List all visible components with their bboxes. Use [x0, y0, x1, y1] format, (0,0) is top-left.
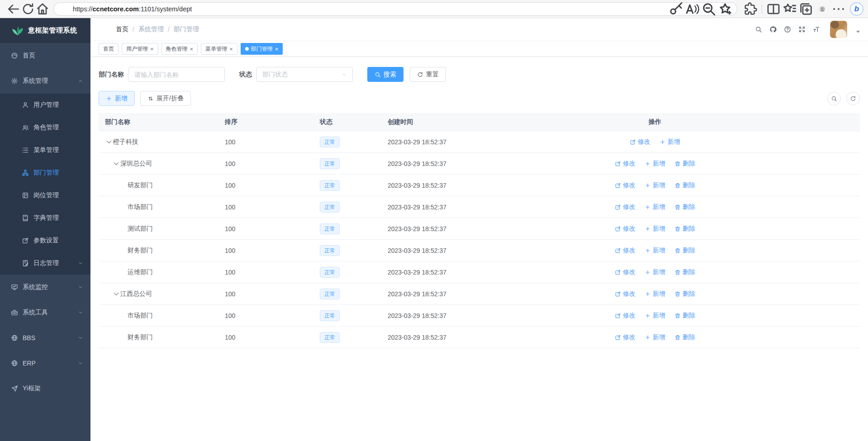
github-icon[interactable] [769, 26, 777, 33]
sidebar-item-user-mgmt[interactable]: 用户管理 [0, 94, 90, 116]
reset-button[interactable]: 重置 [410, 67, 446, 82]
sidebar-item-post-mgmt[interactable]: 岗位管理 [0, 184, 90, 207]
sidebar-item-home[interactable]: 首页 [0, 43, 90, 68]
delete-action[interactable]: 删除 [674, 268, 695, 276]
search-icon[interactable] [755, 26, 762, 33]
more-icon[interactable] [831, 2, 846, 16]
caret-down-icon[interactable] [854, 28, 862, 35]
collections-icon[interactable] [798, 2, 814, 16]
status-select[interactable]: 部门状态 [256, 67, 353, 82]
edit-icon [615, 226, 621, 232]
address-bar[interactable]: https://ccnetcore.com:1101/system/dept [53, 2, 737, 16]
sidebar-item-bbs[interactable]: BBS [0, 325, 90, 351]
collapse-row-icon[interactable] [112, 291, 120, 297]
edit-action-label: 修改 [638, 138, 650, 146]
show-search-button[interactable] [827, 92, 841, 105]
edit-action[interactable]: 修改 [615, 290, 636, 298]
sidebar-item-log-mgmt[interactable]: 日志管理 [0, 252, 90, 275]
sidebar-item-system-monitor[interactable]: 系统监控 [0, 275, 90, 300]
delete-action[interactable]: 删除 [674, 160, 695, 168]
delete-action[interactable]: 删除 [674, 290, 695, 298]
sidebar-item-dept-mgmt[interactable]: 部门管理 [0, 161, 90, 184]
delete-action[interactable]: 删除 [674, 333, 695, 341]
delete-action[interactable]: 删除 [674, 225, 695, 233]
close-icon[interactable]: × [190, 46, 194, 52]
add-action[interactable]: 新增 [645, 290, 665, 298]
edit-action[interactable]: 修改 [615, 203, 636, 211]
collapse-row-icon[interactable] [105, 139, 113, 145]
sidebar-item-role-mgmt[interactable]: 角色管理 [0, 116, 90, 139]
add-action[interactable]: 新增 [645, 247, 665, 255]
delete-action[interactable]: 删除 [674, 203, 695, 211]
tab-role-mgmt[interactable]: 角色管理× [161, 43, 198, 55]
delete-action-label: 删除 [683, 268, 695, 276]
tab-dept-mgmt[interactable]: 部门管理× [241, 43, 283, 55]
dept-sort: 100 [218, 334, 313, 341]
edit-action[interactable]: 修改 [615, 247, 636, 255]
edit-action[interactable]: 修改 [615, 181, 636, 190]
collapse-row-icon[interactable] [112, 161, 120, 167]
add-action[interactable]: 新增 [645, 268, 665, 276]
sidebar-item-erp[interactable]: ERP [0, 351, 90, 376]
key-icon[interactable] [668, 3, 684, 15]
add-action[interactable]: 新增 [659, 138, 680, 146]
tab-label: 菜单管理 [205, 45, 227, 53]
close-icon[interactable]: × [275, 46, 279, 52]
add-action-label: 新增 [653, 225, 665, 233]
user-avatar[interactable] [830, 21, 847, 38]
sidebar-item-yi-framework[interactable]: Yi框架 [0, 376, 90, 401]
sidebar-item-system-tools[interactable]: 系统工具 [0, 300, 90, 325]
edit-action[interactable]: 修改 [630, 138, 650, 146]
fullscreen-icon[interactable] [798, 26, 806, 33]
dept-name-input[interactable] [134, 71, 219, 78]
url-text[interactable]: https://ccnetcore.com:1101/system/dept [73, 5, 668, 13]
sidebar-item-param-settings[interactable]: 参数设置 [0, 229, 90, 252]
add-favorite-icon[interactable] [717, 3, 733, 15]
copilot-icon[interactable]: b [850, 2, 863, 16]
add-action[interactable]: 新增 [645, 312, 665, 320]
profile-icon[interactable] [815, 2, 830, 16]
sidebar-item-dict-mgmt[interactable]: 字典管理 [0, 207, 90, 229]
refresh-table-button[interactable] [846, 92, 860, 105]
tab-user-mgmt[interactable]: 用户管理× [122, 43, 158, 55]
add-action[interactable]: 新增 [645, 225, 665, 233]
add-action[interactable]: 新增 [645, 181, 665, 190]
add-action[interactable]: 新增 [645, 333, 665, 341]
add-action[interactable]: 新增 [645, 203, 665, 211]
close-icon[interactable]: × [150, 46, 154, 52]
lock-icon[interactable] [59, 3, 73, 15]
help-icon[interactable] [784, 26, 791, 33]
edit-action[interactable]: 修改 [615, 312, 636, 320]
close-icon[interactable]: × [229, 46, 233, 52]
extensions-icon[interactable] [743, 2, 758, 16]
delete-action[interactable]: 删除 [674, 181, 695, 190]
home-icon[interactable] [35, 2, 50, 16]
zoom-out-icon[interactable] [701, 3, 717, 15]
app-logo[interactable]: 意框架管理系统 [0, 18, 90, 43]
edit-action[interactable]: 修改 [615, 333, 636, 341]
read-aloud-icon[interactable] [684, 3, 701, 15]
breadcrumb-item[interactable]: 首页 [116, 25, 128, 33]
favorites-icon[interactable] [782, 2, 797, 16]
tab-menu-mgmt[interactable]: 菜单管理× [201, 43, 237, 55]
add-button[interactable]: 新增 [99, 91, 135, 106]
edit-action[interactable]: 修改 [615, 160, 636, 168]
search-button[interactable]: 搜索 [367, 67, 403, 82]
dept-name-input-wrap [128, 67, 225, 82]
edit-action[interactable]: 修改 [615, 225, 636, 233]
tab-home[interactable]: 首页 [99, 43, 119, 55]
fold-sidebar-icon[interactable] [99, 26, 106, 33]
delete-action[interactable]: 删除 [674, 312, 695, 320]
delete-action[interactable]: 删除 [674, 247, 695, 255]
edit-action[interactable]: 修改 [615, 268, 636, 276]
edit-icon [615, 313, 621, 319]
sidebar-item-system-mgmt[interactable]: 系统管理 [0, 68, 90, 94]
back-icon[interactable] [6, 2, 21, 16]
font-size-icon[interactable] [813, 26, 820, 33]
expand-collapse-button[interactable]: 展开/折叠 [140, 91, 191, 106]
row-actions: 修改新增删除 [515, 225, 795, 233]
sidebar-item-menu-mgmt[interactable]: 菜单管理 [0, 139, 90, 161]
reload-icon[interactable] [21, 2, 35, 16]
split-screen-icon[interactable] [766, 2, 781, 16]
add-action[interactable]: 新增 [645, 160, 665, 168]
